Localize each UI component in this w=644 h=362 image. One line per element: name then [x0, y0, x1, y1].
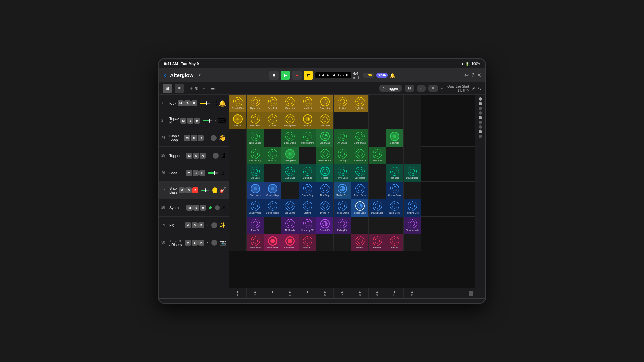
piano-button[interactable]: 🎹	[471, 304, 479, 304]
mute-topaz[interactable]: M	[180, 118, 186, 124]
bass-empty-2[interactable]	[264, 164, 281, 182]
swap-button[interactable]: ⇆	[477, 86, 481, 91]
topaz-empty-2[interactable]	[351, 112, 369, 129]
clip-driving-clap[interactable]: Driving Clap	[351, 129, 369, 147]
right-dot-9[interactable]	[479, 135, 482, 138]
slap-empty-2[interactable]	[281, 182, 299, 199]
list-view-button[interactable]: ≡	[175, 84, 184, 93]
clip-space-lead[interactable]: Space Lead	[351, 199, 369, 217]
clip-noise-riser[interactable]: Noise Riser	[247, 234, 264, 251]
clip-pumping-bell[interactable]: Pumping Bell	[404, 199, 421, 217]
add-track-button[interactable]: +	[190, 85, 193, 92]
col-4[interactable]: ▲4	[281, 288, 299, 298]
record-synth[interactable]: R	[200, 205, 206, 211]
record-impacts[interactable]: R	[198, 240, 204, 246]
clip-ride-fx[interactable]: Ride FX	[369, 234, 386, 251]
right-dot-1[interactable]	[479, 97, 482, 101]
count-in-button[interactable]: x234	[376, 73, 388, 78]
clip-shakerloops[interactable]: ShakerLoops	[351, 147, 369, 164]
vol-knob-toppers[interactable]	[213, 153, 219, 159]
clip-falling-fx[interactable]: Falling FX	[334, 217, 351, 234]
mute-kick[interactable]: M	[178, 100, 184, 106]
mute-bass[interactable]: M	[186, 170, 192, 176]
clip-droning[interactable]: Droning	[299, 199, 316, 217]
slap-empty-3[interactable]	[369, 182, 386, 199]
clip-deep-bass[interactable]: Deep Bass	[351, 164, 369, 182]
topaz-empty-4[interactable]	[386, 112, 404, 129]
slap-empty-4[interactable]	[404, 182, 421, 199]
loop-button[interactable]: ⇄	[304, 71, 313, 80]
solo-topaz[interactable]: S	[187, 118, 193, 124]
clip-dark-sub[interactable]: Dark Sub	[299, 164, 316, 182]
clip-frbass[interactable]: FrBass	[316, 164, 334, 182]
col-2[interactable]: ▲2	[247, 288, 264, 298]
clap-empty-4[interactable]	[404, 129, 421, 147]
settings-button[interactable]: ✕	[477, 72, 481, 78]
right-dot-2[interactable]	[479, 102, 482, 105]
clip-noisy-fx[interactable]: Noisy FX	[299, 234, 316, 251]
solo-clap[interactable]: S	[191, 135, 197, 141]
clip-falling-chime[interactable]: Falling Chime	[334, 199, 351, 217]
clap-empty-3[interactable]	[369, 129, 386, 147]
browser-button[interactable]: ♪	[165, 304, 168, 304]
gear-bottom-button[interactable]: ⚙️	[326, 304, 334, 304]
impacts-empty-1[interactable]	[229, 234, 247, 251]
topaz-empty-3[interactable]	[369, 112, 386, 129]
solo-impacts[interactable]: S	[192, 240, 198, 246]
bass-empty-1[interactable]	[229, 164, 247, 182]
bass-empty-3[interactable]	[369, 164, 386, 182]
clip-anchored[interactable]: Anchored	[299, 112, 316, 129]
record-slap[interactable]: R	[192, 187, 198, 193]
solo-bass[interactable]: S	[193, 170, 199, 176]
clip-driving-bass[interactable]: Driving Bass	[404, 164, 421, 182]
synth-empty-1[interactable]	[229, 199, 247, 217]
fx-empty-2[interactable]	[264, 217, 281, 234]
clip-night-snaps[interactable]: Night Snaps	[247, 129, 264, 147]
clip-hard-kick[interactable]: Hard Kick	[299, 95, 316, 112]
clip-peace-bass[interactable]: Peace Bass	[351, 182, 369, 199]
col-1[interactable]: ▲1	[229, 288, 247, 298]
slap-empty-1[interactable]	[229, 182, 247, 199]
duplicate-button[interactable]: ⊕	[195, 85, 199, 92]
fader-slap[interactable]	[201, 190, 209, 191]
clip-white-noise[interactable]: White Noise	[264, 234, 281, 251]
record-topaz[interactable]: R	[194, 118, 200, 124]
filter-button[interactable]: ⚌	[211, 86, 215, 91]
clip-modern-perc[interactable]: Modern Perc	[299, 129, 316, 147]
solo-kick[interactable]: S	[184, 100, 191, 106]
pencil-bottom-button[interactable]: ✏️	[312, 304, 320, 304]
record-toppers[interactable]: R	[200, 153, 206, 159]
clip-harmony-fx[interactable]: Harmony FX	[299, 217, 316, 234]
mute-fx[interactable]: M	[185, 222, 191, 228]
clip-alt-snaps[interactable]: Alt Snaps	[334, 129, 351, 147]
right-dot-7[interactable]	[479, 125, 482, 129]
clip-cosmic-bass[interactable]: Cosmic Bass	[386, 182, 404, 199]
clip-night-bells[interactable]: Night Bells	[386, 199, 404, 217]
clip-chrome-bells[interactable]: Chrome Bells	[264, 199, 281, 217]
record-bass[interactable]: R	[199, 170, 205, 176]
clip-busy-snaps[interactable]: Busy Snaps	[281, 129, 299, 147]
clip-harmony-alt[interactable]: Harmony Alt	[281, 234, 299, 251]
topper-empty-3[interactable]	[386, 147, 404, 164]
clip-main-beat[interactable]: Main Beat	[247, 112, 264, 129]
vol-knob-slap[interactable]	[212, 187, 217, 193]
solo-slap[interactable]: S	[185, 187, 192, 193]
topper-empty-1[interactable]	[229, 147, 247, 164]
clip-cheeky-slap[interactable]: Cheeky Slap	[264, 182, 281, 199]
record-clap[interactable]: R	[198, 135, 204, 141]
mute-synth[interactable]: M	[186, 205, 193, 211]
topaz-empty-1[interactable]	[334, 112, 351, 129]
solo-synth[interactable]: S	[193, 205, 199, 211]
clip-echo-clap[interactable]: Echo Clap	[316, 129, 334, 147]
more-options-button[interactable]: ···	[203, 86, 207, 91]
kick-empty-1[interactable]	[369, 95, 386, 112]
impacts-empty-4[interactable]	[404, 234, 421, 251]
trigger-button[interactable]: ▷ Trigger	[379, 85, 401, 92]
right-dot-5[interactable]	[479, 116, 482, 119]
mute-slap[interactable]: M	[179, 187, 185, 193]
record-button[interactable]: ●	[292, 71, 302, 80]
mixer-button[interactable]: ⊟	[340, 304, 345, 304]
clip-slap-heavy[interactable]: Slap Heavy	[247, 182, 264, 199]
link-button[interactable]: LINK	[363, 73, 374, 78]
clip-big-snaps[interactable]: Big Snaps	[386, 129, 404, 147]
